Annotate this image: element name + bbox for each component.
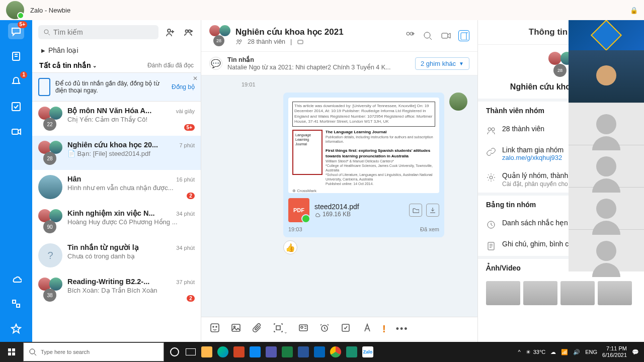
search-icon bbox=[43, 29, 50, 36]
conversation-item[interactable]: ?Tin nhắn từ người lạ34 phútChưa có tron… bbox=[32, 238, 201, 273]
task-button[interactable] bbox=[340, 322, 351, 335]
tag-icon[interactable] bbox=[297, 38, 304, 45]
svg-point-19 bbox=[213, 326, 214, 327]
nav-tools[interactable] bbox=[8, 296, 24, 312]
volume-icon[interactable]: 🔊 bbox=[573, 349, 580, 355]
screenshot-button[interactable]: ⌄ bbox=[273, 322, 288, 335]
video-participant[interactable] bbox=[569, 187, 644, 229]
paperclip-icon bbox=[252, 322, 263, 333]
nav-notifications[interactable]: 1 bbox=[8, 73, 24, 89]
avatar: 22 bbox=[38, 107, 62, 131]
app-edge[interactable] bbox=[215, 342, 230, 362]
priority-button[interactable]: ! bbox=[382, 323, 386, 335]
main-video-feed[interactable] bbox=[569, 50, 644, 103]
notifications-tray-icon[interactable]: 💬 bbox=[632, 349, 639, 355]
reminder-button[interactable] bbox=[319, 322, 330, 335]
convo-time: 7 phút bbox=[179, 142, 195, 148]
conversation-item[interactable]: 90Kinh nghiệm xin việc N...34 phútHoàng … bbox=[32, 204, 201, 238]
app-word[interactable] bbox=[296, 342, 311, 362]
user-avatar[interactable] bbox=[6, 1, 24, 19]
language-indicator[interactable]: ENG bbox=[585, 349, 597, 355]
media-thumb[interactable] bbox=[486, 281, 520, 305]
nav-contacts[interactable] bbox=[8, 48, 24, 64]
conversation-item[interactable]: 22Bộ môn NN Văn Hóa A...vài giâyChị Yến:… bbox=[32, 102, 201, 136]
contact-card-button[interactable] bbox=[298, 322, 309, 335]
people-icon bbox=[486, 126, 496, 136]
conversation-item[interactable]: 28Nghiên cứu khoa học 20...7 phút📄 Bạn: … bbox=[32, 136, 201, 170]
avatar: 38 bbox=[38, 278, 62, 302]
lock-icon[interactable]: 🔒 bbox=[630, 7, 638, 14]
sync-link[interactable]: Đồng bộ bbox=[172, 83, 195, 90]
app-chrome[interactable] bbox=[328, 342, 343, 362]
video-participant[interactable] bbox=[569, 229, 644, 272]
nav-video[interactable] bbox=[8, 124, 24, 140]
wifi-icon[interactable]: 📶 bbox=[561, 349, 568, 355]
taskview-icon[interactable] bbox=[183, 342, 198, 362]
search-input[interactable] bbox=[53, 28, 153, 36]
pinned-bar[interactable]: 💬 Tin nhắn Natalie Ngo từ xa 2021: Nhi c… bbox=[201, 52, 477, 75]
add-friend-button[interactable] bbox=[164, 26, 177, 39]
app-onedrive[interactable] bbox=[312, 342, 327, 362]
more-button[interactable]: ••• bbox=[396, 324, 409, 334]
search-chat-icon[interactable] bbox=[422, 30, 433, 41]
file-message[interactable]: This article was downloaded by: [Univers… bbox=[283, 93, 444, 237]
phone-sync-icon bbox=[38, 78, 50, 96]
conversation-item[interactable]: Hân16 phútHình như em vẫn chưa nhận được… bbox=[32, 170, 201, 204]
add-members-icon[interactable] bbox=[404, 30, 415, 41]
svg-rect-23 bbox=[276, 326, 280, 330]
format-button[interactable] bbox=[361, 322, 372, 335]
conversation-item[interactable]: 38Reading-Writing B2.2-...37 phútBích Xo… bbox=[32, 273, 201, 307]
search-box[interactable] bbox=[38, 25, 158, 39]
more-pins-button[interactable]: 2 ghim khác ▼ bbox=[415, 57, 469, 70]
sticker-icon bbox=[209, 322, 220, 333]
app-snip[interactable] bbox=[344, 342, 359, 362]
create-group-button[interactable] bbox=[182, 26, 195, 39]
convo-time: 34 phút bbox=[176, 211, 195, 217]
image-button[interactable] bbox=[230, 322, 242, 335]
sender-avatar[interactable] bbox=[449, 93, 467, 111]
mark-read-button[interactable]: Đánh dấu đã đọc bbox=[147, 62, 194, 69]
bell-icon bbox=[11, 76, 22, 87]
video-participant[interactable] bbox=[569, 103, 644, 145]
toggle-info-panel-icon[interactable] bbox=[458, 30, 469, 41]
clock[interactable]: 7:11 PM 6/16/2021 bbox=[602, 345, 627, 358]
open-folder-button[interactable] bbox=[409, 204, 422, 217]
nav-chat[interactable]: 5+ bbox=[8, 23, 24, 39]
tray-chevron-icon[interactable]: ^ bbox=[518, 349, 520, 355]
app-explorer[interactable] bbox=[199, 342, 214, 362]
attach-button[interactable] bbox=[252, 322, 263, 335]
cloud-tray-icon[interactable]: ☁ bbox=[550, 349, 556, 355]
video-participant[interactable] bbox=[569, 145, 644, 187]
video-call-icon[interactable] bbox=[440, 30, 451, 41]
category-toggle[interactable]: ▶Phân loại bbox=[32, 44, 201, 58]
app-teams[interactable] bbox=[264, 342, 279, 362]
weather-widget[interactable]: ☀33°C bbox=[526, 349, 546, 355]
start-button[interactable] bbox=[0, 342, 23, 362]
convo-preview: Hình như em vẫn chưa nhận được... bbox=[67, 184, 195, 192]
cortana-icon[interactable] bbox=[167, 342, 182, 362]
close-sync-icon[interactable]: ✕ bbox=[193, 75, 198, 82]
download-button[interactable] bbox=[426, 204, 439, 217]
nav-star[interactable] bbox=[8, 321, 24, 337]
app-excel[interactable] bbox=[280, 342, 295, 362]
capture-icon bbox=[273, 322, 284, 333]
all-messages-tab[interactable]: Tất cả tin nhắn ⌄ bbox=[39, 61, 97, 69]
link-icon bbox=[486, 147, 496, 157]
app-powerpoint[interactable] bbox=[231, 342, 247, 362]
media-thumb[interactable] bbox=[598, 281, 632, 305]
react-button[interactable]: 👍 bbox=[283, 240, 297, 254]
app-zalo2[interactable]: Zalo bbox=[360, 342, 375, 362]
svg-point-28 bbox=[488, 128, 491, 131]
media-thumb[interactable] bbox=[560, 281, 595, 305]
add-user-icon bbox=[165, 27, 175, 37]
card-icon bbox=[298, 322, 309, 333]
app-zalo[interactable] bbox=[248, 342, 263, 362]
taskbar-search[interactable]: Type here to search bbox=[23, 342, 164, 361]
nav-todo[interactable] bbox=[8, 99, 24, 115]
group-avatar[interactable]: 28 bbox=[209, 25, 230, 46]
nav-cloud[interactable] bbox=[8, 270, 24, 287]
sticker-button[interactable] bbox=[209, 322, 220, 335]
media-thumb[interactable] bbox=[523, 281, 557, 305]
svg-point-9 bbox=[189, 30, 191, 33]
members-count[interactable]: 28 thành viên bbox=[248, 38, 285, 45]
